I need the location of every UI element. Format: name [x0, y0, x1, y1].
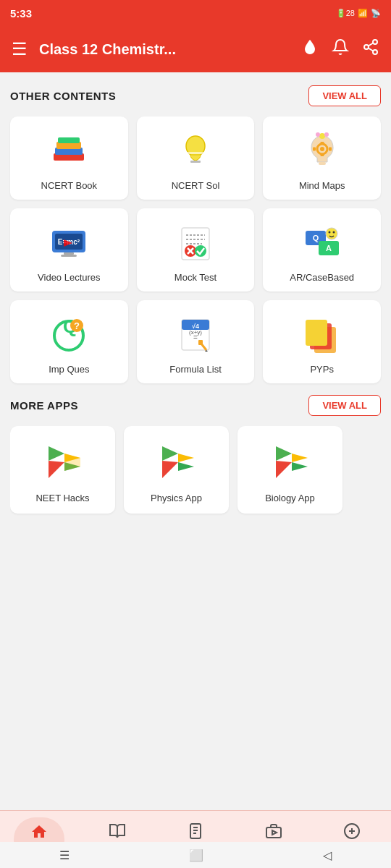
svg-marker-59 — [49, 446, 64, 461]
biology-app-icon — [267, 439, 314, 485]
svg-rect-57 — [306, 320, 327, 346]
svg-point-0 — [373, 40, 377, 44]
more-apps-view-all[interactable]: VIEW ALL — [308, 395, 381, 416]
android-nav-bar: ☰ ⬜ ◁ — [0, 842, 391, 868]
mock-test-nav-icon — [187, 822, 204, 844]
video-lectures-icon: E=mc² — [46, 220, 92, 266]
physics-app-icon — [154, 439, 200, 485]
home-nav-icon — [30, 823, 48, 845]
more-apps-section: MORE APPS VIEW ALL — [10, 395, 381, 521]
svg-line-4 — [369, 43, 374, 46]
svg-marker-67 — [178, 462, 194, 471]
svg-marker-66 — [178, 454, 194, 462]
grid-item-ar-casebased[interactable]: Q A AR/CaseBased — [263, 208, 381, 292]
svg-text:=: = — [193, 333, 198, 341]
mock-test-icon — [172, 220, 219, 266]
svg-rect-14 — [320, 142, 324, 145]
pyps-label: PYPs — [310, 364, 334, 375]
ncert-sol-label: NCERT Sol — [172, 180, 220, 191]
grid-item-mind-maps[interactable]: Mind Maps — [263, 116, 381, 200]
app-item-neet-hacks[interactable]: NEET Hacks — [10, 426, 115, 514]
notification-icon[interactable] — [332, 38, 349, 60]
svg-marker-71 — [292, 462, 308, 471]
status-time: 5:33 — [10, 7, 32, 20]
grid-item-ncert-sol[interactable]: NCERT Sol — [137, 116, 255, 200]
grid-item-mock-test[interactable]: Mock Test — [137, 208, 255, 292]
mind-maps-icon — [299, 128, 345, 174]
mind-maps-label: Mind Maps — [299, 180, 345, 191]
imp-ques-icon: Q ? — [46, 312, 92, 358]
svg-rect-8 — [58, 137, 80, 143]
other-contents-title: OTHER CONTENTS — [10, 90, 116, 102]
hamburger-icon[interactable]: ☰ — [12, 39, 28, 59]
theme-icon[interactable] — [301, 38, 319, 60]
svg-rect-26 — [64, 252, 74, 255]
signal-icon: 📡 — [371, 9, 381, 18]
svg-point-19 — [316, 132, 320, 137]
share-icon[interactable] — [362, 38, 379, 60]
other-contents-header: OTHER CONTENTS VIEW ALL — [10, 85, 381, 106]
svg-rect-15 — [320, 153, 324, 156]
apps-scroll: NEET Hacks Physics App — [10, 426, 381, 521]
android-back-icon[interactable]: ◁ — [323, 848, 332, 862]
svg-point-2 — [373, 50, 377, 54]
pyps-icon — [299, 312, 345, 358]
svg-marker-60 — [49, 461, 64, 478]
imp-ques-label: Imp Ques — [49, 364, 89, 375]
wifi-icon: 📶 — [358, 9, 368, 18]
app-item-biology[interactable]: Biology App — [237, 426, 342, 514]
other-contents-view-all[interactable]: VIEW ALL — [308, 85, 381, 106]
ncert-sol-icon — [172, 128, 219, 174]
android-menu-icon[interactable]: ☰ — [59, 848, 70, 862]
svg-text:?: ? — [74, 320, 80, 331]
svg-rect-16 — [313, 148, 316, 151]
svg-marker-77 — [272, 830, 277, 835]
battery-icon: 🔋28 — [336, 9, 355, 18]
page-title: Class 12 Chemistr... — [39, 41, 288, 58]
svg-point-13 — [320, 147, 324, 151]
more-apps-header: MORE APPS VIEW ALL — [10, 395, 381, 416]
ar-casebased-icon: Q A — [299, 220, 345, 266]
svg-rect-11 — [186, 152, 205, 154]
svg-marker-68 — [276, 446, 292, 461]
mock-test-label: Mock Test — [175, 272, 216, 283]
svg-text:A: A — [326, 244, 332, 252]
ar-casebased-label: AR/CaseBased — [290, 272, 354, 283]
svg-point-1 — [364, 45, 369, 49]
app-item-physics[interactable]: Physics App — [124, 426, 229, 514]
formula-list-icon: √4 (x+y) = — [172, 312, 219, 358]
physics-app-label: Physics App — [151, 493, 202, 503]
grid-item-imp-ques[interactable]: Q ? Imp Ques — [10, 300, 128, 383]
svg-marker-65 — [162, 461, 178, 478]
neet-hacks-app-icon — [40, 439, 86, 485]
grid-item-video-lectures[interactable]: E=mc² Video Lectures — [10, 208, 128, 292]
svg-text:Q: Q — [312, 234, 319, 242]
other-contents-grid: NCERT Book NCERT Sol — [10, 116, 381, 383]
main-content: OTHER CONTENTS VIEW ALL NCERT Book — [0, 72, 391, 608]
grid-item-pyps[interactable]: PYPs — [263, 300, 381, 383]
top-nav: ☰ Class 12 Chemistr... — [0, 26, 391, 72]
svg-rect-76 — [266, 827, 281, 838]
follow-nav-icon — [343, 822, 361, 844]
svg-marker-69 — [276, 461, 292, 478]
svg-rect-21 — [319, 162, 326, 165]
svg-line-3 — [369, 48, 374, 51]
svg-point-40 — [326, 228, 337, 239]
grid-item-ncert-book[interactable]: NCERT Book — [10, 116, 128, 200]
svg-rect-54 — [198, 340, 203, 345]
grid-item-formula-list[interactable]: √4 (x+y) = Formula List — [137, 300, 255, 383]
formula-list-label: Formula List — [169, 364, 222, 375]
svg-rect-27 — [61, 255, 77, 257]
android-home-icon[interactable]: ⬜ — [189, 848, 203, 862]
svg-rect-17 — [329, 148, 332, 151]
svg-marker-63 — [64, 454, 80, 471]
video-lectures-label: Video Lectures — [38, 272, 101, 283]
svg-marker-70 — [292, 454, 308, 462]
ncert-book-icon — [46, 128, 92, 174]
svg-point-35 — [195, 245, 206, 257]
status-bar: 5:33 🔋28 📶 📡 — [0, 0, 391, 26]
svg-rect-10 — [190, 161, 201, 163]
ncert-book-label: NCERT Book — [41, 180, 98, 191]
svg-point-20 — [324, 132, 329, 137]
biology-app-label: Biology App — [265, 493, 315, 503]
